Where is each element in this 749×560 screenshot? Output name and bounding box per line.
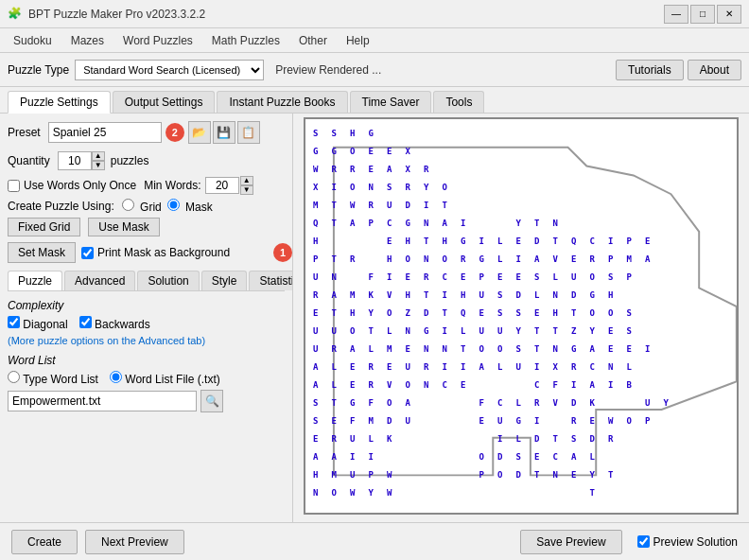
menu-math-puzzles[interactable]: Math Puzzles	[202, 31, 289, 50]
puzzle-type-select[interactable]: Standard Word Search (Licensed)	[75, 60, 264, 80]
preset-input[interactable]	[48, 122, 162, 143]
print-mask-checkbox[interactable]	[81, 247, 94, 259]
puzzle-letter: I	[571, 380, 576, 390]
save-preview-button[interactable]: Save Preview	[520, 530, 621, 554]
tutorials-button[interactable]: Tutorials	[616, 60, 684, 80]
puzzle-letter: S	[534, 272, 539, 282]
word-list-section: Word List Type Word List Word List File …	[8, 354, 285, 412]
maximize-button[interactable]: □	[690, 5, 715, 24]
mask-radio[interactable]	[167, 199, 180, 211]
puzzle-letter: U	[497, 326, 502, 336]
inner-tab-solution[interactable]: Solution	[137, 271, 199, 290]
menu-mazes[interactable]: Mazes	[61, 31, 113, 50]
puzzle-letter: Y	[516, 326, 521, 336]
puzzle-letter: E	[608, 326, 613, 336]
menu-help[interactable]: Help	[337, 31, 379, 50]
spin-down-button[interactable]: ▼	[92, 161, 105, 170]
puzzle-letter: N	[443, 344, 447, 354]
set-mask-button[interactable]: Set Mask	[8, 242, 76, 263]
puzzle-letter: O	[627, 416, 632, 426]
print-mask-label[interactable]: Print Mask as Background	[81, 246, 230, 259]
puzzle-letter: Q	[571, 236, 576, 246]
quantity-input[interactable]	[58, 151, 92, 170]
quantity-label: Quantity	[8, 154, 50, 167]
use-words-once-checkbox[interactable]	[8, 180, 20, 192]
puzzle-letter: L	[332, 362, 337, 372]
puzzle-letter: A	[590, 344, 595, 354]
type-word-list-radio[interactable]	[8, 371, 20, 383]
tab-time-saver[interactable]: Time Saver	[350, 91, 432, 113]
about-button[interactable]: About	[688, 60, 741, 80]
menu-word-puzzles[interactable]: Word Puzzles	[113, 31, 202, 50]
backwards-label[interactable]: Backwards	[79, 316, 150, 331]
tab-tools[interactable]: Tools	[433, 91, 484, 113]
use-mask-button[interactable]: Use Mask	[88, 218, 159, 236]
puzzle-letter: G	[516, 416, 521, 426]
puzzle-letter: O	[387, 308, 392, 318]
title-bar: 🧩 BPT Puzzle Maker Pro v2023.3.2.2 — □ ✕	[0, 0, 749, 28]
inner-tab-advanced[interactable]: Advanced	[64, 271, 135, 290]
puzzle-letter: G	[313, 147, 318, 156]
puzzle-letter: C	[443, 272, 447, 282]
word-list-file-label[interactable]: Word List File (.txt)	[110, 371, 220, 386]
inner-tab-style[interactable]: Style	[201, 271, 248, 290]
tab-instant-puzzle-books[interactable]: Instant Puzzle Books	[217, 91, 347, 113]
close-button[interactable]: ✕	[717, 5, 741, 24]
inner-tab-statistics[interactable]: Statistics	[249, 271, 293, 290]
puzzle-letter: P	[479, 470, 484, 480]
word-file-row: 🔍	[8, 390, 285, 412]
word-file-input[interactable]	[8, 391, 197, 411]
grid-radio-label[interactable]: Grid	[122, 199, 162, 214]
puzzle-letter: O	[443, 254, 447, 264]
create-button[interactable]: Create	[11, 530, 78, 554]
spin-up-button[interactable]: ▲	[92, 151, 105, 161]
diagonal-label[interactable]: Diagonal	[8, 316, 68, 331]
minimize-button[interactable]: —	[664, 5, 688, 24]
puzzle-letter: L	[497, 236, 502, 246]
puzzle-letter: W	[387, 470, 392, 480]
puzzle-letter: G	[461, 236, 465, 246]
menu-sudoku[interactable]: Sudoku	[4, 31, 61, 50]
grid-radio[interactable]	[122, 199, 134, 211]
save-preset-button[interactable]: 💾	[213, 121, 235, 144]
min-words-input[interactable]	[205, 177, 239, 194]
puzzle-letter: A	[350, 344, 355, 354]
puzzle-letter: R	[369, 201, 374, 210]
puzzle-letter: U	[313, 344, 318, 354]
min-words-up[interactable]: ▲	[240, 176, 253, 185]
save-as-preset-button[interactable]: 📋	[237, 121, 260, 144]
inner-tab-puzzle[interactable]: Puzzle	[8, 271, 62, 290]
preview-solution-checkbox[interactable]	[637, 535, 650, 548]
puzzle-letter: W	[313, 165, 318, 174]
puzzle-letter: T	[553, 236, 558, 246]
puzzle-letter: E	[406, 344, 410, 354]
left-panel: Preset 2 📂 💾 📋 Quantity ▲ ▼ puzzles	[0, 114, 293, 522]
puzzle-letter: E	[350, 362, 355, 372]
fixed-grid-button[interactable]: Fixed Grid	[8, 218, 80, 236]
puzzle-letter: A	[313, 362, 318, 372]
word-list-file-radio[interactable]	[110, 371, 122, 383]
diagonal-checkbox[interactable]	[8, 316, 20, 328]
type-word-list-label[interactable]: Type Word List	[8, 371, 98, 386]
min-words-down[interactable]: ▼	[240, 185, 253, 195]
backwards-checkbox[interactable]	[79, 316, 92, 328]
mask-radio-label[interactable]: Mask	[167, 199, 213, 214]
tab-puzzle-settings[interactable]: Puzzle Settings	[8, 91, 111, 114]
puzzle-letter: H	[313, 470, 318, 480]
menu-other[interactable]: Other	[289, 31, 337, 50]
puzzle-letter: W	[387, 488, 392, 498]
word-file-search-button[interactable]: 🔍	[200, 390, 223, 412]
next-preview-button[interactable]: Next Preview	[85, 530, 184, 554]
puzzle-letter: S	[332, 129, 337, 138]
open-preset-button[interactable]: 📂	[188, 121, 211, 144]
tab-output-settings[interactable]: Output Settings	[113, 91, 216, 113]
preview-solution-label[interactable]: Preview Solution	[637, 535, 738, 549]
puzzle-letter: D	[406, 201, 410, 210]
more-options-text[interactable]: (More puzzle options on the Advanced tab…	[8, 335, 285, 346]
puzzle-letter: R	[313, 290, 318, 300]
puzzle-letter: H	[313, 236, 318, 246]
puzzle-letter: L	[461, 326, 465, 336]
spinner-buttons: ▲ ▼	[92, 151, 105, 170]
puzzle-letter: E	[332, 416, 337, 426]
puzzle-letter: P	[479, 272, 484, 282]
